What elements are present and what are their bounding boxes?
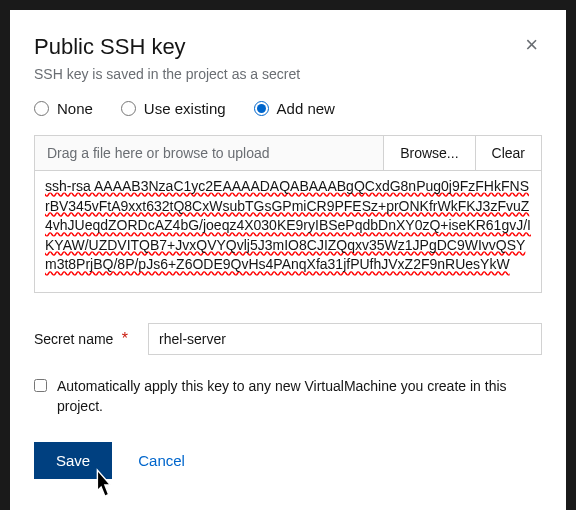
radio-add-new[interactable] xyxy=(254,101,269,116)
upload-row: Drag a file here or browse to upload Bro… xyxy=(34,135,542,171)
public-ssh-key-modal: Public SSH key × SSH key is saved in the… xyxy=(10,10,566,510)
key-source-radio-group: None Use existing Add new xyxy=(34,100,542,117)
cancel-button[interactable]: Cancel xyxy=(138,452,185,469)
secret-name-row: Secret name * xyxy=(34,323,542,355)
save-button[interactable]: Save xyxy=(34,442,112,479)
upload-dropzone[interactable]: Drag a file here or browse to upload xyxy=(35,136,383,170)
modal-footer: Save Cancel xyxy=(34,442,542,479)
radio-use-existing[interactable] xyxy=(121,101,136,116)
auto-apply-checkbox[interactable] xyxy=(34,379,47,392)
modal-description: SSH key is saved in the project as a sec… xyxy=(34,66,542,82)
required-indicator: * xyxy=(122,330,128,347)
auto-apply-row[interactable]: Automatically apply this key to any new … xyxy=(34,377,542,416)
radio-use-existing-label: Use existing xyxy=(144,100,226,117)
secret-name-label-wrap: Secret name * xyxy=(34,330,128,348)
radio-add-new-label: Add new xyxy=(277,100,335,117)
modal-header: Public SSH key × xyxy=(34,34,542,60)
ssh-key-textarea[interactable] xyxy=(34,171,542,293)
secret-name-label: Secret name xyxy=(34,331,113,347)
close-icon: × xyxy=(525,32,538,57)
clear-button[interactable]: Clear xyxy=(475,136,541,170)
radio-option-none[interactable]: None xyxy=(34,100,93,117)
modal-title: Public SSH key xyxy=(34,34,186,60)
browse-button[interactable]: Browse... xyxy=(383,136,474,170)
auto-apply-label: Automatically apply this key to any new … xyxy=(57,377,542,416)
radio-none-label: None xyxy=(57,100,93,117)
secret-name-input[interactable] xyxy=(148,323,542,355)
radio-option-add-new[interactable]: Add new xyxy=(254,100,335,117)
radio-option-use-existing[interactable]: Use existing xyxy=(121,100,226,117)
radio-none[interactable] xyxy=(34,101,49,116)
close-button[interactable]: × xyxy=(521,34,542,56)
